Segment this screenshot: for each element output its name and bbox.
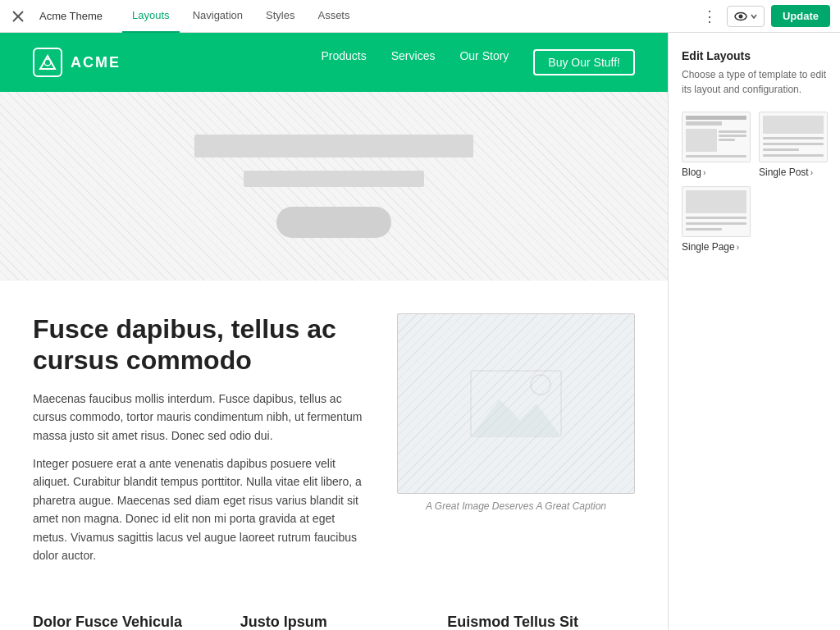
svg-point-7	[531, 375, 550, 395]
buy-button[interactable]: Buy Our Stuff!	[533, 49, 635, 75]
col1-title: Dolor Fusce Vehicula	[33, 614, 221, 630]
site-header: ACME Products Services Our Story Buy Our…	[0, 33, 668, 92]
col3-title: Euismod Tellus Sit Condimentum	[447, 614, 635, 630]
svg-point-5	[44, 59, 51, 66]
col-1: Dolor Fusce Vehicula Maecenas faucibus m…	[33, 614, 221, 630]
hero-section	[0, 92, 668, 281]
logo-text: ACME	[71, 54, 121, 71]
close-button[interactable]	[10, 8, 26, 25]
layout-card-blog[interactable]: Blog ›	[682, 112, 751, 178]
hero-btn-placeholder	[276, 207, 391, 238]
single-post-card-label: Single Post ›	[759, 167, 828, 178]
svg-marker-4	[40, 56, 55, 69]
image-placeholder	[397, 313, 635, 494]
col-2: Justo Ipsum Integer posuere erat a ante …	[240, 614, 428, 630]
tab-layouts[interactable]: Layouts	[122, 0, 180, 33]
layout-card-single-page[interactable]: Single Page ›	[682, 186, 827, 253]
topbar-right: ⋮ Update	[699, 5, 830, 27]
main-content-section: Fusce dapibus, tellus ac cursus commodo …	[33, 313, 635, 574]
content-image-wrapper: A Great Image Deserves A Great Caption	[397, 313, 635, 574]
editor-tabs: Layouts Navigation Styles Assets	[122, 0, 686, 33]
update-button[interactable]: Update	[771, 5, 830, 27]
col2-title: Justo Ipsum	[240, 614, 428, 630]
content-text: Fusce dapibus, tellus ac cursus commodo …	[33, 313, 364, 574]
hero-title-placeholder	[194, 135, 473, 158]
more-options-button[interactable]: ⋮	[699, 7, 720, 25]
content-area: Fusce dapibus, tellus ac cursus commodo …	[0, 281, 668, 630]
single-page-card-label: Single Page ›	[682, 241, 827, 253]
col-3: Euismod Tellus Sit Condimentum Nulla vit…	[447, 614, 635, 630]
hero-sub-placeholder	[244, 171, 424, 187]
site-nav: Products Services Our Story Buy Our Stuf…	[321, 49, 635, 75]
panel-description: Choose a type of template to edit its la…	[682, 67, 827, 97]
preview-area: ACME Products Services Our Story Buy Our…	[0, 33, 668, 630]
preview-button[interactable]	[727, 6, 765, 27]
nav-services[interactable]: Services	[391, 49, 436, 75]
layout-card-single-post[interactable]: Single Post ›	[759, 112, 828, 178]
content-paragraph-2: Integer posuere erat a ante venenatis da…	[33, 454, 364, 564]
logo-icon	[33, 48, 62, 77]
eye-icon	[734, 10, 747, 23]
tab-navigation[interactable]: Navigation	[183, 0, 253, 33]
three-columns: Dolor Fusce Vehicula Maecenas faucibus m…	[33, 614, 635, 630]
site-logo: ACME	[33, 48, 121, 77]
nav-products[interactable]: Products	[321, 49, 366, 75]
image-caption: A Great Image Deserves A Great Caption	[397, 500, 635, 512]
right-panel: Edit Layouts Choose a type of template t…	[668, 33, 840, 630]
tab-styles[interactable]: Styles	[256, 0, 304, 33]
nav-our-story[interactable]: Our Story	[459, 49, 509, 75]
blog-card-label: Blog ›	[682, 167, 751, 178]
single-page-card-preview	[682, 186, 751, 237]
layout-cards: Blog › Single Post ›	[682, 112, 827, 178]
blog-card-preview	[682, 112, 751, 162]
content-heading: Fusce dapibus, tellus ac cursus commodo	[33, 313, 364, 377]
tab-assets[interactable]: Assets	[308, 0, 359, 33]
svg-point-3	[738, 14, 742, 18]
chevron-down-icon	[751, 13, 757, 20]
theme-name: Acme Theme	[39, 10, 103, 22]
single-post-card-preview	[759, 112, 828, 162]
panel-title: Edit Layouts	[682, 49, 827, 62]
content-paragraph-1: Maecenas faucibus mollis interdum. Fusce…	[33, 390, 364, 445]
